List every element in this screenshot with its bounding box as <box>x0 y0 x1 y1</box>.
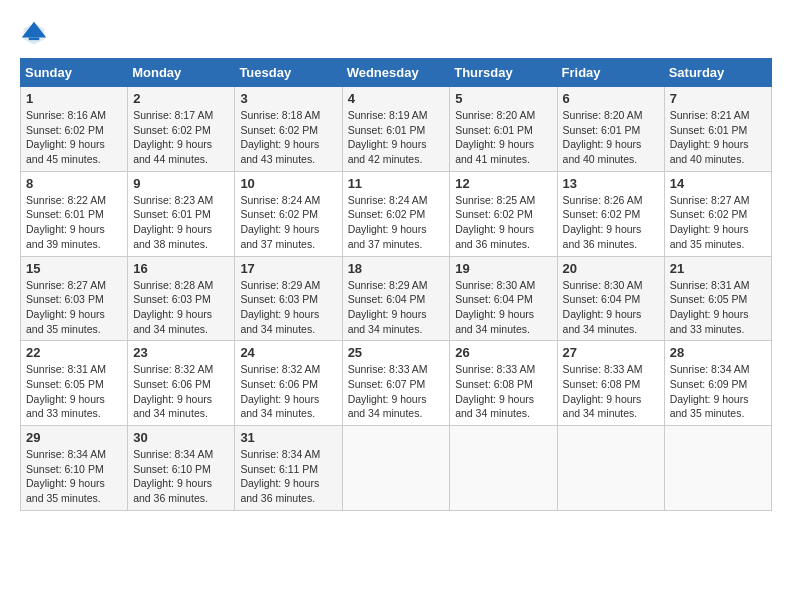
day-info: Sunrise: 8:26 AM Sunset: 6:02 PM Dayligh… <box>563 193 659 252</box>
day-info: Sunrise: 8:30 AM Sunset: 6:04 PM Dayligh… <box>455 278 551 337</box>
day-number: 6 <box>563 91 659 106</box>
day-info: Sunrise: 8:25 AM Sunset: 6:02 PM Dayligh… <box>455 193 551 252</box>
calendar-cell <box>450 426 557 511</box>
calendar-cell: 18 Sunrise: 8:29 AM Sunset: 6:04 PM Dayl… <box>342 256 450 341</box>
calendar-cell: 23 Sunrise: 8:32 AM Sunset: 6:06 PM Dayl… <box>128 341 235 426</box>
calendar-cell: 16 Sunrise: 8:28 AM Sunset: 6:03 PM Dayl… <box>128 256 235 341</box>
calendar-cell: 28 Sunrise: 8:34 AM Sunset: 6:09 PM Dayl… <box>664 341 771 426</box>
day-info: Sunrise: 8:34 AM Sunset: 6:10 PM Dayligh… <box>26 447 122 506</box>
day-number: 22 <box>26 345 122 360</box>
calendar-cell: 7 Sunrise: 8:21 AM Sunset: 6:01 PM Dayli… <box>664 87 771 172</box>
day-info: Sunrise: 8:32 AM Sunset: 6:06 PM Dayligh… <box>240 362 336 421</box>
day-info: Sunrise: 8:19 AM Sunset: 6:01 PM Dayligh… <box>348 108 445 167</box>
day-number: 3 <box>240 91 336 106</box>
day-header: Friday <box>557 59 664 87</box>
calendar-week-row: 8 Sunrise: 8:22 AM Sunset: 6:01 PM Dayli… <box>21 171 772 256</box>
calendar-cell: 9 Sunrise: 8:23 AM Sunset: 6:01 PM Dayli… <box>128 171 235 256</box>
day-info: Sunrise: 8:28 AM Sunset: 6:03 PM Dayligh… <box>133 278 229 337</box>
calendar-cell: 11 Sunrise: 8:24 AM Sunset: 6:02 PM Dayl… <box>342 171 450 256</box>
calendar-cell <box>557 426 664 511</box>
day-info: Sunrise: 8:33 AM Sunset: 6:08 PM Dayligh… <box>455 362 551 421</box>
calendar-cell: 5 Sunrise: 8:20 AM Sunset: 6:01 PM Dayli… <box>450 87 557 172</box>
calendar-cell: 15 Sunrise: 8:27 AM Sunset: 6:03 PM Dayl… <box>21 256 128 341</box>
day-number: 1 <box>26 91 122 106</box>
calendar-week-row: 1 Sunrise: 8:16 AM Sunset: 6:02 PM Dayli… <box>21 87 772 172</box>
day-info: Sunrise: 8:16 AM Sunset: 6:02 PM Dayligh… <box>26 108 122 167</box>
day-header: Sunday <box>21 59 128 87</box>
day-number: 20 <box>563 261 659 276</box>
day-info: Sunrise: 8:22 AM Sunset: 6:01 PM Dayligh… <box>26 193 122 252</box>
day-info: Sunrise: 8:31 AM Sunset: 6:05 PM Dayligh… <box>670 278 766 337</box>
day-number: 15 <box>26 261 122 276</box>
day-info: Sunrise: 8:18 AM Sunset: 6:02 PM Dayligh… <box>240 108 336 167</box>
day-number: 18 <box>348 261 445 276</box>
calendar-cell: 30 Sunrise: 8:34 AM Sunset: 6:10 PM Dayl… <box>128 426 235 511</box>
day-header: Thursday <box>450 59 557 87</box>
calendar-cell: 25 Sunrise: 8:33 AM Sunset: 6:07 PM Dayl… <box>342 341 450 426</box>
calendar-cell: 2 Sunrise: 8:17 AM Sunset: 6:02 PM Dayli… <box>128 87 235 172</box>
day-info: Sunrise: 8:34 AM Sunset: 6:09 PM Dayligh… <box>670 362 766 421</box>
day-info: Sunrise: 8:33 AM Sunset: 6:07 PM Dayligh… <box>348 362 445 421</box>
day-number: 28 <box>670 345 766 360</box>
calendar-week-row: 22 Sunrise: 8:31 AM Sunset: 6:05 PM Dayl… <box>21 341 772 426</box>
day-info: Sunrise: 8:34 AM Sunset: 6:11 PM Dayligh… <box>240 447 336 506</box>
day-number: 30 <box>133 430 229 445</box>
day-number: 19 <box>455 261 551 276</box>
day-info: Sunrise: 8:20 AM Sunset: 6:01 PM Dayligh… <box>455 108 551 167</box>
day-number: 16 <box>133 261 229 276</box>
calendar-cell: 13 Sunrise: 8:26 AM Sunset: 6:02 PM Dayl… <box>557 171 664 256</box>
calendar-cell: 22 Sunrise: 8:31 AM Sunset: 6:05 PM Dayl… <box>21 341 128 426</box>
day-header: Tuesday <box>235 59 342 87</box>
calendar-cell <box>664 426 771 511</box>
day-number: 10 <box>240 176 336 191</box>
day-number: 17 <box>240 261 336 276</box>
svg-rect-2 <box>29 38 40 41</box>
day-info: Sunrise: 8:23 AM Sunset: 6:01 PM Dayligh… <box>133 193 229 252</box>
day-info: Sunrise: 8:24 AM Sunset: 6:02 PM Dayligh… <box>240 193 336 252</box>
day-number: 13 <box>563 176 659 191</box>
day-info: Sunrise: 8:27 AM Sunset: 6:02 PM Dayligh… <box>670 193 766 252</box>
day-number: 24 <box>240 345 336 360</box>
day-info: Sunrise: 8:33 AM Sunset: 6:08 PM Dayligh… <box>563 362 659 421</box>
calendar-cell: 14 Sunrise: 8:27 AM Sunset: 6:02 PM Dayl… <box>664 171 771 256</box>
day-number: 26 <box>455 345 551 360</box>
calendar-cell <box>342 426 450 511</box>
logo-icon <box>20 20 48 48</box>
calendar-cell: 20 Sunrise: 8:30 AM Sunset: 6:04 PM Dayl… <box>557 256 664 341</box>
day-number: 12 <box>455 176 551 191</box>
day-header: Monday <box>128 59 235 87</box>
day-number: 9 <box>133 176 229 191</box>
day-number: 25 <box>348 345 445 360</box>
calendar-cell: 12 Sunrise: 8:25 AM Sunset: 6:02 PM Dayl… <box>450 171 557 256</box>
day-info: Sunrise: 8:31 AM Sunset: 6:05 PM Dayligh… <box>26 362 122 421</box>
day-info: Sunrise: 8:32 AM Sunset: 6:06 PM Dayligh… <box>133 362 229 421</box>
calendar-cell: 10 Sunrise: 8:24 AM Sunset: 6:02 PM Dayl… <box>235 171 342 256</box>
calendar-header-row: SundayMondayTuesdayWednesdayThursdayFrid… <box>21 59 772 87</box>
calendar-week-row: 15 Sunrise: 8:27 AM Sunset: 6:03 PM Dayl… <box>21 256 772 341</box>
day-header: Saturday <box>664 59 771 87</box>
page-header <box>20 20 772 48</box>
day-number: 23 <box>133 345 229 360</box>
day-info: Sunrise: 8:29 AM Sunset: 6:03 PM Dayligh… <box>240 278 336 337</box>
day-number: 8 <box>26 176 122 191</box>
calendar-cell: 1 Sunrise: 8:16 AM Sunset: 6:02 PM Dayli… <box>21 87 128 172</box>
calendar-week-row: 29 Sunrise: 8:34 AM Sunset: 6:10 PM Dayl… <box>21 426 772 511</box>
day-info: Sunrise: 8:27 AM Sunset: 6:03 PM Dayligh… <box>26 278 122 337</box>
day-header: Wednesday <box>342 59 450 87</box>
calendar-cell: 8 Sunrise: 8:22 AM Sunset: 6:01 PM Dayli… <box>21 171 128 256</box>
calendar-cell: 3 Sunrise: 8:18 AM Sunset: 6:02 PM Dayli… <box>235 87 342 172</box>
calendar-cell: 27 Sunrise: 8:33 AM Sunset: 6:08 PM Dayl… <box>557 341 664 426</box>
calendar-cell: 21 Sunrise: 8:31 AM Sunset: 6:05 PM Dayl… <box>664 256 771 341</box>
day-number: 21 <box>670 261 766 276</box>
day-info: Sunrise: 8:20 AM Sunset: 6:01 PM Dayligh… <box>563 108 659 167</box>
day-info: Sunrise: 8:29 AM Sunset: 6:04 PM Dayligh… <box>348 278 445 337</box>
calendar-cell: 17 Sunrise: 8:29 AM Sunset: 6:03 PM Dayl… <box>235 256 342 341</box>
calendar-cell: 29 Sunrise: 8:34 AM Sunset: 6:10 PM Dayl… <box>21 426 128 511</box>
day-number: 4 <box>348 91 445 106</box>
day-number: 31 <box>240 430 336 445</box>
day-info: Sunrise: 8:30 AM Sunset: 6:04 PM Dayligh… <box>563 278 659 337</box>
calendar-cell: 4 Sunrise: 8:19 AM Sunset: 6:01 PM Dayli… <box>342 87 450 172</box>
day-number: 5 <box>455 91 551 106</box>
calendar-cell: 6 Sunrise: 8:20 AM Sunset: 6:01 PM Dayli… <box>557 87 664 172</box>
calendar-table: SundayMondayTuesdayWednesdayThursdayFrid… <box>20 58 772 511</box>
